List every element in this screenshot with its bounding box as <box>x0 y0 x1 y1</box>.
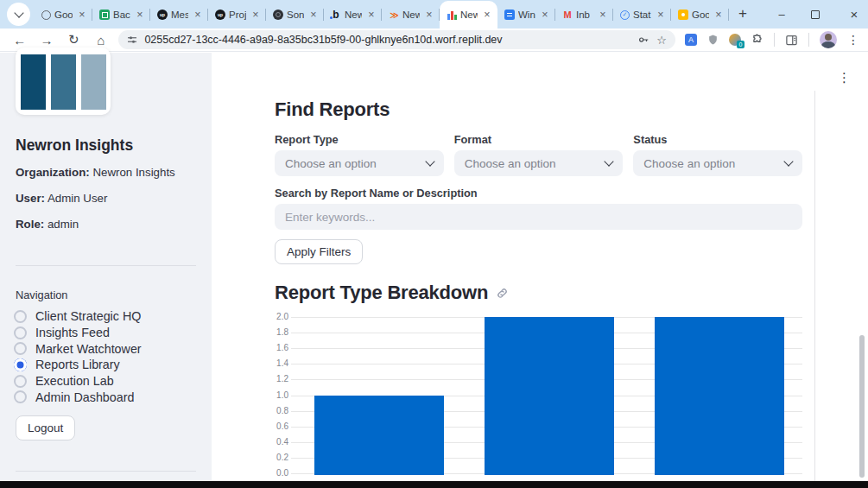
y-axis-tick-label: 1.0 <box>263 390 288 400</box>
side-panel-icon[interactable] <box>785 34 798 47</box>
radio-icon[interactable] <box>14 342 27 355</box>
tab-title: Mes <box>171 10 188 20</box>
tab-close-icon[interactable]: × <box>655 9 667 21</box>
report-type-filter: Report TypeChoose an option <box>275 133 444 176</box>
home-button[interactable]: ⌂ <box>93 33 108 48</box>
sidebar-item-execution-lab[interactable]: Execution Lab <box>14 373 142 390</box>
browser-tab-10[interactable]: Inb× <box>555 1 613 29</box>
tab-close-icon[interactable]: × <box>134 9 146 21</box>
tab-close-icon[interactable]: × <box>597 9 609 21</box>
tab-close-icon[interactable]: × <box>365 9 377 21</box>
extensions-puzzle-icon[interactable] <box>751 34 763 46</box>
chart-bar-2 <box>485 317 614 475</box>
tab-close-icon[interactable]: × <box>76 9 88 21</box>
find-reports-title: Find Reports <box>275 98 390 121</box>
new-tab-button[interactable]: + <box>732 3 753 24</box>
sidebar-item-client-strategic-hq[interactable]: Client Strategic HQ <box>14 308 142 325</box>
app-menu-icon[interactable]: ⋮ <box>838 70 851 86</box>
extensions-row: A 0 ⋮ <box>685 31 868 48</box>
profile-avatar[interactable] <box>820 31 837 48</box>
doc-favicon-icon <box>504 10 515 20</box>
nav-item-label: Execution Lab <box>35 374 114 388</box>
tab-search-button[interactable] <box>7 3 30 26</box>
format-select[interactable]: Choose an option <box>454 150 624 176</box>
radio-selected-icon[interactable] <box>14 358 27 371</box>
close-button[interactable]: × <box>847 7 861 22</box>
browser-tab-1[interactable]: Goo× <box>35 1 92 29</box>
navigation-radio-group: Client Strategic HQInsights FeedMarket W… <box>14 308 142 405</box>
globe-favicon-icon <box>41 10 51 20</box>
sidebar-item-insights-feed[interactable]: Insights Feed <box>14 325 142 341</box>
sidebar-divider-bottom <box>16 471 196 472</box>
shield-extension-icon[interactable] <box>707 34 719 46</box>
select-placeholder: Choose an option <box>285 157 427 170</box>
chevron-down-icon <box>14 8 23 17</box>
tab-close-icon[interactable]: × <box>713 9 725 21</box>
nav-item-label: Admin Dashboard <box>35 390 134 404</box>
browser-tab-4[interactable]: Proj× <box>208 1 266 29</box>
tab-close-icon[interactable]: × <box>307 9 320 21</box>
radio-icon[interactable] <box>14 390 27 403</box>
tab-title: Inb <box>576 10 593 20</box>
site-settings-icon[interactable] <box>127 35 137 45</box>
status-label: Status <box>633 133 802 146</box>
circle-extension-icon[interactable]: 0 <box>729 34 741 46</box>
browser-tab-2[interactable]: Back× <box>92 1 150 29</box>
translate-extension-icon[interactable]: A <box>685 34 697 46</box>
address-bar[interactable]: 0255cd27-13cc-4446-a9a9-8a35bc31b5f9-00-… <box>118 30 675 49</box>
report-type-select[interactable]: Choose an option <box>275 150 444 176</box>
tab-title: Back <box>113 10 130 20</box>
passwords-key-icon[interactable] <box>637 34 649 46</box>
browser-tab-9[interactable]: Win× <box>497 1 555 29</box>
bolt-favicon-icon <box>331 10 341 20</box>
restore-button[interactable] <box>811 10 825 19</box>
sidebar-item-admin-dashboard[interactable]: Admin Dashboard <box>14 389 142 405</box>
extension-badge: 0 <box>737 41 744 48</box>
browser-tab-8[interactable]: New× <box>440 1 497 29</box>
bookmark-star-icon[interactable]: ☆ <box>656 34 667 47</box>
reload-button[interactable]: ↻ <box>67 32 81 48</box>
sidebar-item-market-watchtower[interactable]: Market Watchtower <box>14 340 142 357</box>
y-axis-tick-label: 0.0 <box>263 468 288 478</box>
content-right-divider <box>814 91 815 481</box>
browser-tab-5[interactable]: Son× <box>266 1 324 29</box>
search-input[interactable]: Enter keywords... <box>275 204 802 230</box>
radio-icon[interactable] <box>14 375 27 388</box>
tab-close-icon[interactable]: × <box>423 9 435 21</box>
search-placeholder: Enter keywords... <box>285 211 375 224</box>
tab-close-icon[interactable]: × <box>250 9 262 21</box>
status-select[interactable]: Choose an option <box>633 150 802 176</box>
sidebar-item-reports-library[interactable]: Reports Library <box>14 357 142 373</box>
browser-tab-6[interactable]: New× <box>324 1 382 29</box>
tab-close-icon[interactable]: × <box>539 9 551 21</box>
apply-filters-button[interactable]: Apply Filters <box>275 239 363 264</box>
tab-title: Son <box>287 10 304 20</box>
logout-button[interactable]: Logout <box>16 415 75 440</box>
tab-close-icon[interactable]: × <box>481 9 493 21</box>
browser-tab-11[interactable]: Stat× <box>613 1 671 29</box>
role-line: Role: admin <box>16 218 79 231</box>
minimize-button[interactable]: – <box>775 8 789 21</box>
url-text: 0255cd27-13cc-4446-a9a9-8a35bc31b5f9-00-… <box>144 34 630 46</box>
radio-icon[interactable] <box>14 310 27 323</box>
chart-gridline <box>291 442 802 443</box>
browser-tab-3[interactable]: Mes× <box>150 1 208 29</box>
y-axis-tick-label: 0.4 <box>263 437 288 447</box>
browser-tab-12[interactable]: Goo× <box>671 1 729 29</box>
page-scrollbar[interactable] <box>859 335 865 478</box>
tab-title: New <box>460 10 478 20</box>
browser-tab-7[interactable]: New× <box>382 1 440 29</box>
forward-button[interactable]: → <box>39 33 54 48</box>
chevron-down-icon <box>783 156 793 166</box>
sonar-favicon-icon <box>273 10 283 20</box>
radio-icon[interactable] <box>14 326 27 339</box>
tab-close-icon[interactable]: × <box>192 9 204 21</box>
back-button[interactable]: ← <box>12 33 27 48</box>
tab-title: Proj <box>229 10 246 20</box>
browser-menu-icon[interactable]: ⋮ <box>847 33 859 47</box>
anchor-link-icon[interactable] <box>496 287 509 300</box>
tab-title: Win <box>518 10 535 20</box>
select-placeholder: Choose an option <box>465 157 606 170</box>
sidebar: Newron Insights Organization: Newron Ins… <box>0 53 212 488</box>
tab-list: Goo×Back×Mes×Proj×Son×New×New×New×Win×In… <box>35 0 729 29</box>
